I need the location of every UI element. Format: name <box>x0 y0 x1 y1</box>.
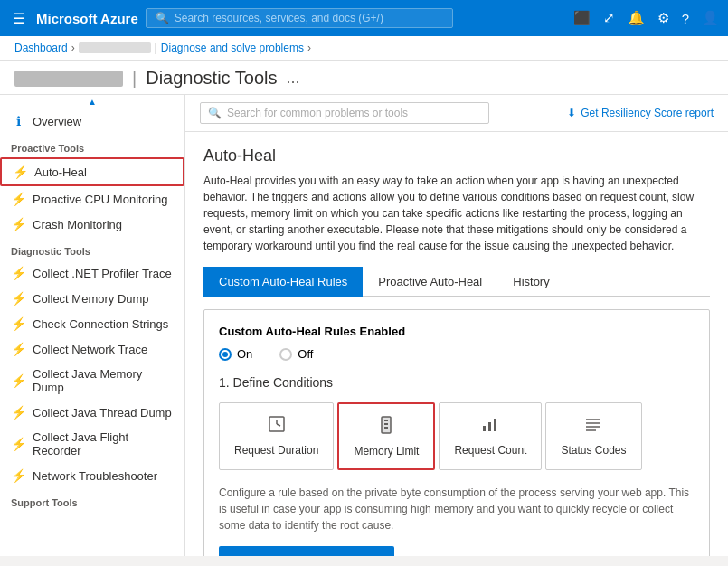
connection-strings-icon: ⚡ <box>11 316 25 331</box>
sidebar-proactive-cpu-label: Proactive CPU Monitoring <box>33 193 168 206</box>
portal-icon[interactable]: ⤢ <box>603 10 615 26</box>
brand-label: Microsoft Azure <box>36 11 138 26</box>
java-thread-dump-icon: ⚡ <box>11 405 25 420</box>
sidebar-overview-label: Overview <box>33 115 81 128</box>
sidebar-connection-strings-label: Check Connection Strings <box>33 317 168 331</box>
memory-limit-icon <box>376 415 396 439</box>
tab-proactive-autoheal[interactable]: Proactive Auto-Heal <box>363 267 497 297</box>
sidebar-java-flight-recorder-label: Collect Java Flight Recorder <box>33 430 175 458</box>
notification-icon[interactable]: 🔔 <box>628 10 645 26</box>
tab-history[interactable]: History <box>497 267 564 297</box>
define-conditions-title: 1. Define Conditions <box>219 375 695 390</box>
help-icon[interactable]: ? <box>682 11 689 26</box>
sidebar-auto-heal-label: Auto-Heal <box>34 165 87 179</box>
settings-icon[interactable]: ⚙ <box>657 10 669 26</box>
svg-rect-6 <box>384 427 388 429</box>
svg-rect-7 <box>483 426 486 431</box>
sidebar-item-java-thread-dump[interactable]: ⚡ Collect Java Thread Dump <box>0 400 184 425</box>
resiliency-score-btn[interactable]: ⬇ Get Resiliency Score report <box>567 107 714 119</box>
cpu-icon: ⚡ <box>11 192 25 206</box>
svg-rect-9 <box>494 419 496 431</box>
radio-on-option[interactable]: On <box>219 347 252 361</box>
autoheal-title: Auto-Heal <box>203 146 710 165</box>
sidebar-item-proactive-cpu[interactable]: ⚡ Proactive CPU Monitoring <box>0 186 184 212</box>
java-memory-dump-icon: ⚡ <box>11 373 25 388</box>
rules-enabled-label: Custom Auto-Heal Rules Enabled <box>219 325 695 338</box>
user-icon[interactable]: 👤 <box>702 10 719 26</box>
sidebar-item-network-troubleshooter[interactable]: ⚡ Network Troubleshooter <box>0 463 184 488</box>
content-search-input[interactable] <box>227 107 481 119</box>
breadcrumb-sep3: › <box>307 42 311 54</box>
sidebar-crash-label: Crash Monitoring <box>33 218 122 231</box>
breadcrumb-blurred <box>79 42 151 53</box>
memory-dump-icon: ⚡ <box>11 291 25 306</box>
net-profiler-icon: ⚡ <box>11 266 25 280</box>
radio-off-option[interactable]: Off <box>279 347 313 361</box>
nav-icons: ⬛ ⤢ 🔔 ⚙ ? 👤 <box>573 10 719 26</box>
radio-group: On Off <box>219 347 695 361</box>
top-nav: ☰ Microsoft Azure 🔍 ⬛ ⤢ 🔔 ⚙ ? 👤 <box>0 0 728 36</box>
page-header-blurred <box>14 71 123 87</box>
svg-rect-8 <box>488 422 491 431</box>
memory-limit-desc: Configure a rule based on the private by… <box>219 485 695 533</box>
page-title: Diagnostic Tools <box>146 68 277 89</box>
rules-section: Custom Auto-Heal Rules Enabled On Off 1.… <box>203 309 710 556</box>
conditions-grid: Request Duration Memory Limit <box>219 402 695 470</box>
sidebar-scroll-up[interactable]: ▲ <box>0 95 184 108</box>
request-duration-icon <box>267 414 287 439</box>
svg-line-2 <box>277 424 280 426</box>
sidebar-item-connection-strings[interactable]: ⚡ Check Connection Strings <box>0 311 184 336</box>
auto-heal-icon: ⚡ <box>13 165 27 179</box>
java-flight-recorder-icon: ⚡ <box>11 437 25 451</box>
breadcrumb-diagnose[interactable]: Diagnose and solve problems <box>161 42 304 54</box>
search-icon: 🔍 <box>156 12 169 24</box>
configure-private-bytes-btn[interactable]: Configure Private Bytes rule <box>219 546 394 556</box>
sidebar-item-java-flight-recorder[interactable]: ⚡ Collect Java Flight Recorder <box>0 425 184 463</box>
sidebar-section-proactive: Proactive Tools <box>0 134 184 157</box>
autoheal-desc: Auto-Heal provides you with an easy way … <box>203 173 710 254</box>
condition-memory-limit-label: Memory Limit <box>354 445 419 458</box>
breadcrumb: Dashboard › | Diagnose and solve problem… <box>0 36 728 61</box>
sidebar-item-net-profiler[interactable]: ⚡ Collect .NET Profiler Trace <box>0 260 184 286</box>
sidebar-network-troubleshooter-label: Network Troubleshooter <box>33 469 157 483</box>
page-header-more[interactable]: ... <box>286 69 299 88</box>
download-icon: ⬇ <box>567 107 576 119</box>
sidebar-item-network-trace[interactable]: ⚡ Collect Network Trace <box>0 336 184 362</box>
tab-custom-rules[interactable]: Custom Auto-Heal Rules <box>203 267 363 297</box>
radio-off-circle <box>279 348 292 361</box>
monitor-icon[interactable]: ⬛ <box>573 10 591 26</box>
content-search-icon: 🔍 <box>208 107 222 119</box>
sidebar-item-crash-monitoring[interactable]: ⚡ Crash Monitoring <box>0 212 184 237</box>
content-area: 🔍 ⬇ Get Resiliency Score report Auto-Hea… <box>185 95 728 556</box>
radio-on-label: On <box>237 347 252 361</box>
sidebar-memory-dump-label: Collect Memory Dump <box>33 292 149 306</box>
radio-on-circle <box>219 348 232 361</box>
radio-off-label: Off <box>298 347 313 361</box>
page-header: | Diagnostic Tools ... <box>0 61 728 95</box>
condition-request-duration[interactable]: Request Duration <box>219 402 334 470</box>
sidebar-item-memory-dump[interactable]: ⚡ Collect Memory Dump <box>0 286 184 311</box>
content-toolbar: 🔍 ⬇ Get Resiliency Score report <box>185 95 728 132</box>
resiliency-label: Get Resiliency Score report <box>581 107 714 119</box>
global-search[interactable]: 🔍 <box>146 8 453 28</box>
sidebar-item-overview[interactable]: ℹ Overview <box>0 108 184 134</box>
sidebar-item-auto-heal[interactable]: ⚡ Auto-Heal <box>0 157 184 186</box>
breadcrumb-dashboard[interactable]: Dashboard <box>14 42 68 54</box>
svg-rect-5 <box>384 423 388 425</box>
condition-status-codes[interactable]: Status Codes <box>545 402 641 470</box>
content-search-box[interactable]: 🔍 <box>200 102 489 124</box>
global-search-input[interactable] <box>175 12 443 24</box>
autoheal-tabs: Custom Auto-Heal Rules Proactive Auto-He… <box>203 267 710 297</box>
info-icon: ℹ <box>11 114 25 128</box>
sidebar-section-diagnostic: Diagnostic Tools <box>0 237 184 260</box>
sidebar-java-memory-dump-label: Collect Java Memory Dump <box>33 367 175 394</box>
sidebar-java-thread-dump-label: Collect Java Thread Dump <box>33 406 172 420</box>
sidebar-section-support: Support Tools <box>0 488 184 512</box>
content-body: Auto-Heal Auto-Heal provides you with an… <box>185 132 728 556</box>
sidebar-net-profiler-label: Collect .NET Profiler Trace <box>33 267 172 280</box>
hamburger-icon[interactable]: ☰ <box>9 6 29 31</box>
condition-memory-limit[interactable]: Memory Limit <box>337 402 435 470</box>
sidebar-item-java-memory-dump[interactable]: ⚡ Collect Java Memory Dump <box>0 362 184 400</box>
condition-request-count[interactable]: Request Count <box>439 402 542 470</box>
condition-status-codes-label: Status Codes <box>561 444 626 457</box>
